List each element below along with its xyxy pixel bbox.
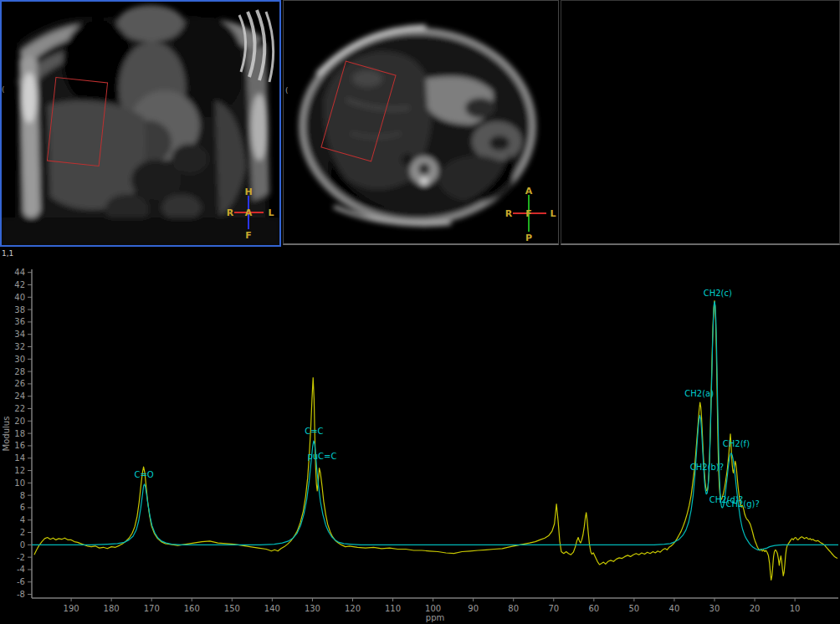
viewport-empty[interactable] <box>561 0 840 245</box>
y-tick-label: -4 <box>17 565 25 574</box>
y-tick-label: 2 <box>20 528 25 537</box>
coronal-orientation-compass: H A F R L <box>223 182 279 244</box>
peak-label: C=C <box>305 427 323 436</box>
y-tick-label: 8 <box>20 491 25 500</box>
y-tick-label: 44 <box>14 268 25 277</box>
orientation-letter-bottom: P <box>525 233 532 243</box>
y-tick-label: 14 <box>14 453 25 463</box>
y-tick-label: -2 <box>17 553 25 562</box>
x-tick-label: 70 <box>548 604 559 613</box>
y-tick-label: 26 <box>14 379 25 388</box>
x-tick-label: 60 <box>588 604 599 613</box>
edge-mark: ( <box>2 85 5 94</box>
orientation-letter-right: L <box>268 207 274 218</box>
x-tick-label: 110 <box>385 604 401 613</box>
viewport-axial[interactable]: A F P R L ( <box>283 0 559 245</box>
y-tick-label: 36 <box>14 317 25 326</box>
spectrum-panel: 1,1 444240383634323028262422201816141210… <box>0 248 840 624</box>
x-tick-label: 190 <box>64 604 79 613</box>
y-tick-label: 40 <box>14 293 25 302</box>
x-tick-label: 170 <box>144 604 160 613</box>
x-tick-label: 80 <box>508 604 519 613</box>
y-tick-label: 34 <box>14 330 25 339</box>
y-tick-label: 18 <box>14 429 25 438</box>
y-tick-label: 6 <box>20 503 25 512</box>
y-tick-label: 16 <box>14 441 25 450</box>
y-tick-label: 24 <box>14 391 25 401</box>
y-tick-label: 30 <box>14 355 25 364</box>
x-tick-label: 130 <box>305 604 320 613</box>
peak-label: CH2(g)? <box>725 499 759 509</box>
x-tick-label: 10 <box>790 604 801 613</box>
y-tick-label: 38 <box>14 305 25 315</box>
orientation-letter-top: A <box>525 186 533 197</box>
orientation-letter-top: H <box>244 187 252 197</box>
y-tick-label: 20 <box>14 417 25 426</box>
x-tick-label: 150 <box>224 604 240 613</box>
application-window: H A F R L ( <box>0 0 840 624</box>
peak-label: C=O <box>134 470 153 479</box>
coronal-roi-box[interactable] <box>47 77 108 166</box>
x-tick-label: 180 <box>104 604 120 613</box>
peak-label: CH2(a) <box>684 389 714 398</box>
x-tick-label: 100 <box>425 604 441 613</box>
x-tick-label: 90 <box>468 604 479 613</box>
orientation-letter-bottom: F <box>245 230 252 241</box>
peak-label: puC=C <box>307 452 336 461</box>
viewport-coronal[interactable]: H A F R L ( <box>0 0 281 247</box>
x-tick-label: 140 <box>264 604 280 613</box>
edge-mark: ( <box>285 86 289 95</box>
spectrum-chart[interactable]: 4442403836343230282624222018161412108642… <box>0 248 840 624</box>
axial-orientation-compass: A F P R L <box>503 182 559 245</box>
orientation-letter-center: F <box>525 208 532 219</box>
orientation-letter-left: R <box>227 207 234 218</box>
y-tick-label: 28 <box>14 367 25 376</box>
y-tick-label: 22 <box>14 404 25 413</box>
peak-label: CH2(b)? <box>690 463 724 472</box>
peak-label: CH2(f) <box>723 439 750 448</box>
x-tick-label: 30 <box>709 604 720 613</box>
y-tick-label: 10 <box>14 478 25 488</box>
x-tick-label: 40 <box>669 604 680 613</box>
x-axis-title: ppm <box>426 613 444 622</box>
y-axis-title: Modulus <box>2 417 11 452</box>
y-tick-label: -6 <box>17 577 25 586</box>
y-tick-label: 32 <box>14 342 25 351</box>
x-tick-label: 160 <box>184 604 200 613</box>
x-tick-label: 20 <box>750 604 761 613</box>
orientation-letter-center: A <box>245 207 253 218</box>
y-tick-label: 42 <box>14 280 25 289</box>
peak-label: CH2(c) <box>704 289 732 298</box>
y-tick-label: 4 <box>20 515 25 524</box>
x-tick-label: 120 <box>345 604 361 613</box>
x-tick-label: 50 <box>629 604 640 613</box>
y-tick-label: 0 <box>20 540 25 550</box>
y-tick-label: -8 <box>17 590 25 599</box>
viewport-row: H A F R L ( <box>0 0 840 248</box>
spectrum-raw-trace <box>34 301 837 581</box>
orientation-letter-right: L <box>550 208 556 219</box>
y-tick-label: 12 <box>14 466 25 475</box>
orientation-letter-left: R <box>505 208 513 219</box>
